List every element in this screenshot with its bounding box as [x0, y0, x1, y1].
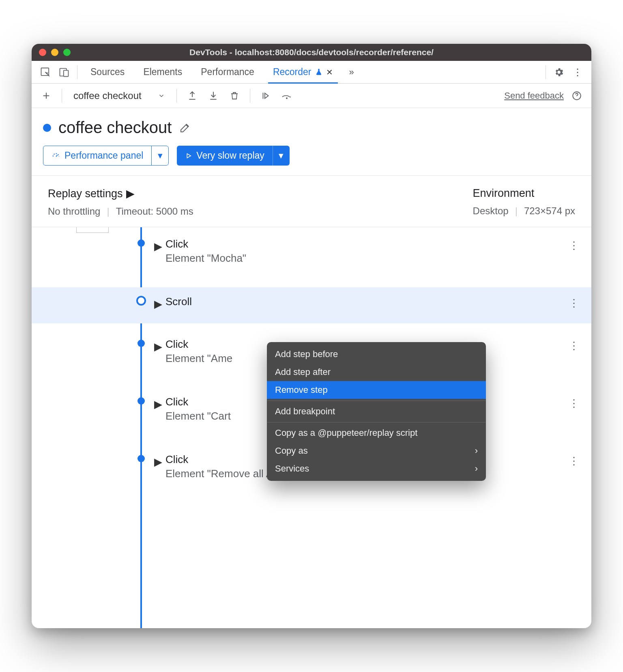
- ctx-copy-as[interactable]: Copy as›: [267, 442, 486, 460]
- tab-recorder[interactable]: Recorder ✕: [265, 61, 341, 83]
- menu-item-label: Add step before: [275, 349, 338, 360]
- svg-rect-2: [64, 70, 69, 76]
- separator: [62, 89, 62, 103]
- replay-settings-toggle[interactable]: Replay settings ▶: [48, 187, 193, 200]
- step-menu-icon[interactable]: ⋮: [569, 239, 579, 252]
- svg-point-3: [286, 97, 288, 99]
- tab-performance[interactable]: Performance: [193, 61, 262, 83]
- step-icon[interactable]: [258, 88, 274, 104]
- timeline-node-icon: [137, 239, 145, 247]
- play-icon: [185, 152, 192, 159]
- menu-item-label: Remove step: [275, 385, 328, 395]
- caret-right-icon: ▶: [126, 187, 135, 200]
- tab-label: Recorder: [273, 67, 312, 78]
- help-icon[interactable]: [569, 88, 585, 104]
- ctx-add-step-after[interactable]: Add step after: [267, 363, 486, 381]
- ctx-copy-puppeteer[interactable]: Copy as a @puppeteer/replay script: [267, 424, 486, 442]
- close-tab-icon[interactable]: ✕: [326, 67, 333, 77]
- import-icon[interactable]: [205, 88, 221, 104]
- traffic-lights: [39, 49, 71, 56]
- tab-label: Elements: [143, 67, 182, 78]
- tab-label: Sources: [90, 67, 125, 78]
- environment-label: Environment: [473, 187, 535, 200]
- more-tabs-icon[interactable]: »: [344, 64, 360, 80]
- step-over-icon[interactable]: [279, 88, 295, 104]
- step-detail: Element "Mocha": [165, 252, 567, 265]
- inspect-element-icon[interactable]: [37, 64, 54, 80]
- menu-separator: [267, 401, 486, 401]
- ctx-add-breakpoint[interactable]: Add breakpoint: [267, 403, 486, 420]
- timeline-node-icon: [137, 455, 145, 462]
- edit-name-icon[interactable]: [179, 122, 191, 134]
- submenu-caret-icon: ›: [475, 446, 478, 456]
- titlebar: DevTools - localhost:8080/docs/devtools/…: [32, 44, 591, 61]
- step-title: Scroll: [165, 295, 567, 308]
- timeline-node-icon: [136, 296, 146, 306]
- send-feedback-link[interactable]: Send feedback: [504, 90, 564, 101]
- performance-panel-button[interactable]: Performance panel ▾: [43, 146, 169, 166]
- expand-caret-icon[interactable]: ▶: [154, 298, 162, 310]
- menu-item-label: Copy as: [275, 446, 308, 456]
- window-title: DevTools - localhost:8080/docs/devtools/…: [32, 47, 591, 57]
- step-item[interactable]: ▶ Click Element "Mocha" ⋮: [32, 230, 591, 273]
- dropdown-chevron-icon[interactable]: ▾: [273, 146, 290, 166]
- menu-item-label: Add breakpoint: [275, 406, 335, 417]
- replay-settings-row: Replay settings ▶ No throttling | Timeou…: [32, 176, 591, 227]
- separator: [250, 89, 250, 103]
- expand-caret-icon[interactable]: ▶: [154, 340, 162, 353]
- device-value: Desktop: [473, 205, 509, 217]
- expand-caret-icon[interactable]: ▶: [154, 398, 162, 411]
- dropdown-chevron-icon[interactable]: ▾: [151, 146, 168, 165]
- ctx-remove-step[interactable]: Remove step: [267, 381, 486, 399]
- devtools-window: DevTools - localhost:8080/docs/devtools/…: [32, 44, 591, 628]
- record-indicator-icon: [43, 124, 51, 132]
- separator: [546, 65, 546, 79]
- maximize-window-button[interactable]: [63, 49, 71, 56]
- minimize-window-button[interactable]: [51, 49, 58, 56]
- ctx-add-step-before[interactable]: Add step before: [267, 345, 486, 363]
- close-window-button[interactable]: [39, 49, 46, 56]
- recording-title: coffee checkout: [58, 118, 172, 137]
- recording-name: coffee checkout: [73, 90, 142, 101]
- step-menu-icon[interactable]: ⋮: [569, 397, 579, 410]
- dimensions-value: 723×574 px: [524, 205, 575, 217]
- expand-caret-icon[interactable]: ▶: [154, 456, 162, 468]
- add-recording-icon[interactable]: +: [38, 88, 54, 104]
- step-item[interactable]: ▶ Scroll ⋮: [32, 287, 591, 323]
- step-context-menu: Add step before Add step after Remove st…: [267, 342, 486, 481]
- recording-header: coffee checkout Performance panel ▾: [32, 108, 591, 176]
- button-label: Very slow replay: [196, 150, 264, 161]
- tab-elements[interactable]: Elements: [135, 61, 190, 83]
- expand-caret-icon[interactable]: ▶: [154, 240, 162, 253]
- devtools-tabbar: Sources Elements Performance Recorder ✕ …: [32, 61, 591, 84]
- menu-item-label: Services: [275, 463, 309, 474]
- menu-separator: [267, 422, 486, 422]
- kebab-menu-icon[interactable]: ⋮: [569, 64, 586, 80]
- replay-button[interactable]: Very slow replay ▾: [177, 146, 289, 166]
- flask-icon: [315, 68, 323, 76]
- step-menu-icon[interactable]: ⋮: [569, 297, 579, 310]
- step-menu-icon[interactable]: ⋮: [569, 340, 579, 352]
- separator: [176, 89, 177, 103]
- throttling-value: No throttling: [48, 206, 100, 217]
- ctx-services[interactable]: Services›: [267, 460, 486, 478]
- recorder-toolbar: + coffee checkout Send feedback: [32, 84, 591, 108]
- tab-sources[interactable]: Sources: [82, 61, 133, 83]
- delete-icon[interactable]: [226, 88, 243, 104]
- menu-item-label: Add step after: [275, 367, 331, 377]
- export-icon[interactable]: [184, 88, 200, 104]
- step-menu-icon[interactable]: ⋮: [569, 455, 579, 467]
- device-toolbar-icon[interactable]: [56, 64, 72, 80]
- timeline-node-icon: [137, 397, 145, 405]
- section-label: Replay settings: [48, 187, 123, 200]
- timeout-value: Timeout: 5000 ms: [116, 206, 193, 217]
- separator: |: [107, 206, 109, 217]
- submenu-caret-icon: ›: [475, 463, 478, 474]
- timeline-node-icon: [137, 340, 145, 347]
- menu-item-label: Copy as a @puppeteer/replay script: [275, 428, 417, 438]
- separator: [77, 65, 77, 79]
- chevron-down-icon: [158, 92, 165, 99]
- button-label: Performance panel: [64, 150, 143, 161]
- recording-selector[interactable]: coffee checkout: [69, 90, 169, 101]
- settings-gear-icon[interactable]: [551, 64, 567, 80]
